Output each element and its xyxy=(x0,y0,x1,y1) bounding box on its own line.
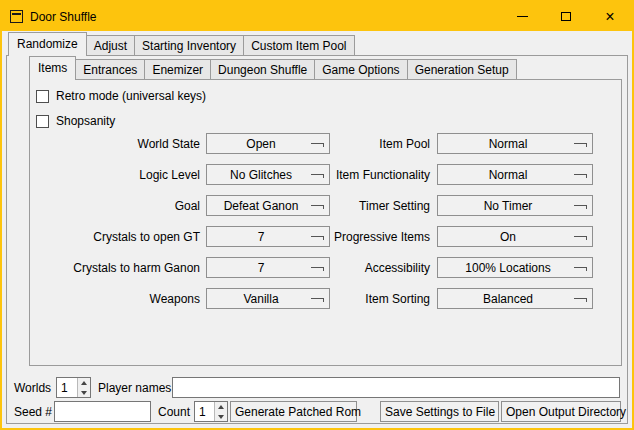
minimize-icon xyxy=(517,16,528,17)
crystals-harm-ganon-label: Crystals to harm Ganon xyxy=(30,261,200,275)
worlds-row: Worlds Player names xyxy=(2,377,632,398)
player-names-label: Player names xyxy=(98,381,171,395)
count-label: Count xyxy=(158,405,190,419)
app-icon xyxy=(10,10,23,23)
item-pool-label: Item Pool xyxy=(258,137,430,151)
tab-items[interactable]: Items xyxy=(29,56,76,80)
worlds-label: Worlds xyxy=(14,381,51,395)
spinner-up-button[interactable] xyxy=(78,378,90,388)
tab-entrances[interactable]: Entrances xyxy=(75,59,145,79)
tab-randomize[interactable]: Randomize xyxy=(8,32,87,56)
outer-tab-bar: Randomize Adjust Starting Inventory Cust… xyxy=(8,32,355,56)
dropdown-indicator-icon xyxy=(574,174,587,178)
tab-dungeon-shuffle[interactable]: Dungeon Shuffle xyxy=(210,59,315,79)
title-bar: Door Shuffle × xyxy=(2,2,632,31)
generate-patched-rom-button[interactable]: Generate Patched Rom xyxy=(230,401,357,422)
item-sorting-value: Balanced xyxy=(438,292,578,306)
save-settings-button[interactable]: Save Settings to File xyxy=(380,401,499,422)
spinner-down-button[interactable] xyxy=(78,388,90,398)
progressive-items-dropdown[interactable]: On xyxy=(437,226,593,247)
tab-starting-inventory[interactable]: Starting Inventory xyxy=(134,35,244,55)
items-tab-pane: Retro mode (universal keys) Shopsanity W… xyxy=(29,79,622,366)
worlds-spin-arrows xyxy=(77,378,90,397)
window-title: Door Shuffle xyxy=(30,10,97,24)
item-pool-value: Normal xyxy=(438,137,578,151)
options-row: Crystals to harm Ganon 7 Accessibility 1… xyxy=(30,257,621,278)
seed-input[interactable] xyxy=(54,401,151,422)
options-row: Weapons Vanilla Item Sorting Balanced xyxy=(30,288,621,309)
worlds-spinbox xyxy=(56,377,91,398)
close-icon: × xyxy=(605,9,614,25)
item-pool-dropdown[interactable]: Normal xyxy=(437,133,593,154)
shopsanity-checkbox[interactable] xyxy=(36,115,49,128)
app-body: Randomize Adjust Starting Inventory Cust… xyxy=(2,31,632,428)
open-output-directory-button[interactable]: Open Output Directory xyxy=(501,401,621,422)
window: Door Shuffle × Randomize Adjust Starting… xyxy=(0,0,634,430)
item-functionality-label: Item Functionality xyxy=(258,168,430,182)
options-row: Crystals to open GT 7 Progressive Items … xyxy=(30,226,621,247)
worlds-input[interactable] xyxy=(57,378,77,397)
player-names-input[interactable] xyxy=(172,377,620,398)
maximize-icon xyxy=(561,12,571,21)
seed-label: Seed # xyxy=(14,405,52,419)
timer-setting-label: Timer Setting xyxy=(258,199,430,213)
minimize-button[interactable] xyxy=(500,2,544,31)
count-spinbox xyxy=(194,401,228,422)
tab-enemizer[interactable]: Enemizer xyxy=(144,59,211,79)
tab-custom-item-pool[interactable]: Custom Item Pool xyxy=(243,35,354,55)
close-button[interactable]: × xyxy=(588,2,632,31)
seed-row: Seed # Count Generate Patched Rom Save S… xyxy=(2,401,632,422)
shopsanity-row: Shopsanity xyxy=(36,113,115,129)
progressive-items-label: Progressive Items xyxy=(258,230,430,244)
tab-adjust[interactable]: Adjust xyxy=(86,35,135,55)
timer-setting-dropdown[interactable]: No Timer xyxy=(437,195,593,216)
accessibility-value: 100% Locations xyxy=(438,261,578,275)
dropdown-indicator-icon xyxy=(574,143,587,147)
options-row: Logic Level No Glitches Item Functionali… xyxy=(30,164,621,185)
progressive-items-value: On xyxy=(438,230,578,244)
item-functionality-value: Normal xyxy=(438,168,578,182)
goal-label: Goal xyxy=(30,199,200,213)
tab-game-options[interactable]: Game Options xyxy=(314,59,407,79)
retro-mode-checkbox[interactable] xyxy=(36,90,49,103)
options-row: World State Open Item Pool Normal xyxy=(30,133,621,154)
inner-tab-bar: Items Entrances Enemizer Dungeon Shuffle… xyxy=(29,56,517,80)
spinner-up-button[interactable] xyxy=(215,402,227,412)
weapons-label: Weapons xyxy=(30,292,200,306)
accessibility-label: Accessibility xyxy=(258,261,430,275)
timer-setting-value: No Timer xyxy=(438,199,578,213)
dropdown-indicator-icon xyxy=(574,298,587,302)
tab-generation-setup[interactable]: Generation Setup xyxy=(407,59,517,79)
dropdown-indicator-icon xyxy=(574,236,587,240)
retro-mode-row: Retro mode (universal keys) xyxy=(36,88,206,104)
count-input[interactable] xyxy=(195,402,214,421)
dropdown-indicator-icon xyxy=(574,267,587,271)
crystals-open-gt-label: Crystals to open GT xyxy=(30,230,200,244)
count-spin-arrows xyxy=(214,402,227,421)
logic-level-label: Logic Level xyxy=(30,168,200,182)
shopsanity-label[interactable]: Shopsanity xyxy=(56,114,115,128)
dropdown-indicator-icon xyxy=(574,205,587,209)
options-row: Goal Defeat Ganon Timer Setting No Timer xyxy=(30,195,621,216)
item-sorting-dropdown[interactable]: Balanced xyxy=(437,288,593,309)
maximize-button[interactable] xyxy=(544,2,588,31)
item-sorting-label: Item Sorting xyxy=(258,292,430,306)
accessibility-dropdown[interactable]: 100% Locations xyxy=(437,257,593,278)
retro-mode-label[interactable]: Retro mode (universal keys) xyxy=(56,89,206,103)
item-functionality-dropdown[interactable]: Normal xyxy=(437,164,593,185)
world-state-label: World State xyxy=(30,137,200,151)
spinner-down-button[interactable] xyxy=(215,412,227,422)
